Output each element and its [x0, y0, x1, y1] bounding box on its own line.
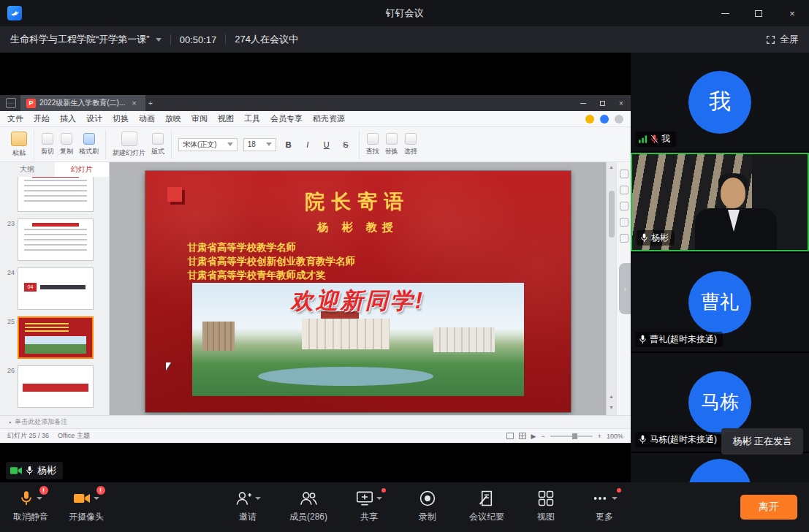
ppt-home-icon[interactable] — [6, 98, 16, 108]
mic-muted-icon — [650, 134, 658, 144]
menu-docer[interactable]: 稻壳资源 — [313, 113, 345, 124]
menu-home[interactable]: 开始 — [34, 113, 50, 124]
menu-slideshow[interactable]: 放映 — [165, 113, 181, 124]
share-doc-icon[interactable] — [600, 115, 609, 123]
minimize-button[interactable] — [708, 0, 742, 26]
menu-member[interactable]: 会员专享 — [270, 113, 303, 124]
slide-sorter-view-icon[interactable] — [519, 433, 526, 439]
ppt-minimize-button[interactable] — [574, 95, 593, 111]
sidebar-tool-icon-3[interactable] — [620, 202, 628, 210]
slide-thumbnail-23[interactable] — [18, 218, 94, 261]
slide-thumbnail-26[interactable] — [18, 365, 94, 408]
zoom-in-button[interactable]: + — [598, 433, 601, 440]
invite-button[interactable]: 邀请 — [231, 490, 265, 523]
zoom-out-button[interactable]: − — [541, 433, 544, 440]
slide-subtitle: 杨 彬 教授 — [145, 221, 571, 235]
participant-tile-yangbin-video[interactable]: 杨彬 — [631, 153, 809, 251]
shared-screen-stage: P 2022级新生入学教育(二)... × + × 文件 开始 插入 设计 切换… — [0, 53, 631, 482]
camera-on-button[interactable]: ! 开摄像头 — [69, 490, 104, 523]
layout-button[interactable]: 版式 — [151, 133, 164, 156]
grid-view-icon — [538, 490, 554, 506]
copy-button[interactable]: 复制 — [60, 133, 73, 156]
slide-panel: 大纲 幻灯片 22 23 24 04 — [0, 162, 110, 415]
notification-icon[interactable] — [615, 115, 623, 123]
menu-review[interactable]: 审阅 — [191, 113, 208, 124]
underline-button[interactable]: U — [320, 138, 333, 151]
app-title: 钉钉会议 — [386, 7, 424, 20]
strikethrough-button[interactable]: S — [339, 138, 352, 151]
font-size-select[interactable]: 18 — [243, 138, 276, 151]
participant-tile-partial[interactable] — [631, 453, 809, 482]
menu-transition[interactable]: 切换 — [113, 113, 129, 124]
participant-tile-caoli[interactable]: 曹礼 曹礼(超时未接通) — [631, 253, 809, 352]
scrollbar-thumb[interactable] — [609, 191, 615, 238]
italic-button[interactable]: I — [301, 138, 314, 151]
format-painter-button[interactable]: 格式刷 — [79, 133, 99, 156]
ppt-close-button[interactable]: × — [612, 95, 631, 111]
new-slide-button[interactable]: 新建幻灯片 — [113, 132, 145, 158]
more-ellipsis-icon — [592, 490, 608, 506]
sidebar-tool-icon-1[interactable] — [620, 170, 628, 178]
members-button[interactable]: 成员(286) — [289, 490, 327, 523]
presenter-overlay-label: 杨彬 — [6, 462, 63, 479]
slide-canvas[interactable]: 院长寄语 杨 彬 教授 甘肃省高等学校教学名师 甘肃省高等学校创新创业教育教学名… — [110, 162, 606, 415]
next-slide-button[interactable]: ▼ — [609, 403, 614, 412]
share-caret-icon[interactable] — [376, 497, 382, 500]
maximize-button[interactable] — [742, 0, 775, 26]
zoom-slider[interactable] — [550, 436, 593, 437]
menu-animation[interactable]: 动画 — [139, 113, 155, 124]
camera-options-caret-icon[interactable] — [94, 497, 99, 500]
notes-area[interactable]: ▪ 单击此处添加备注 — [0, 415, 631, 428]
meeting-timer: 00:50:17 — [180, 34, 217, 45]
sidebar-tool-icon-5[interactable] — [620, 234, 628, 243]
ppt-tab-close-icon[interactable]: × — [129, 99, 139, 107]
slides-tab[interactable]: 幻灯片 — [55, 162, 110, 177]
sidebar-tool-icon-2[interactable] — [620, 186, 628, 194]
view-layout-button[interactable]: 视图 — [529, 490, 563, 523]
leave-meeting-button[interactable]: 离开 — [740, 495, 797, 520]
invite-caret-icon[interactable] — [255, 497, 261, 500]
normal-view-icon[interactable] — [506, 433, 514, 439]
record-button[interactable]: 录制 — [411, 490, 444, 523]
mic-options-caret-icon[interactable] — [37, 497, 42, 500]
title-bar: 钉钉会议 × — [0, 0, 809, 26]
sidebar-collapse-handle[interactable]: › — [619, 263, 631, 314]
meeting-minutes-button[interactable]: 会议纪要 — [469, 490, 504, 523]
unmute-button[interactable]: ! 取消静音 — [13, 490, 48, 523]
slideshow-play-icon[interactable]: ▶ — [531, 433, 536, 440]
copy-icon — [61, 133, 72, 145]
scroll-up-icon[interactable]: ▲ — [609, 162, 614, 172]
ppt-new-tab-button[interactable]: + — [145, 99, 156, 107]
font-select[interactable]: 宋体(正文) — [178, 138, 238, 151]
cut-button[interactable]: 剪切 — [41, 133, 54, 156]
canvas-scrollbar[interactable]: ▲ ▲ ▼ — [606, 162, 616, 415]
menu-design[interactable]: 设计 — [86, 113, 102, 124]
ppt-document-tab-title: 2022级新生入学教育(二)... — [39, 98, 125, 108]
fullscreen-button[interactable]: 全屏 — [766, 33, 799, 46]
menu-tools[interactable]: 工具 — [244, 113, 260, 124]
close-button[interactable]: × — [775, 0, 809, 26]
slide-thumbnail-24[interactable]: 04 — [18, 267, 94, 310]
slide-thumbnail-22[interactable] — [18, 177, 94, 212]
menu-file[interactable]: 文件 — [7, 113, 23, 124]
ppt-maximize-button[interactable] — [593, 95, 612, 111]
participant-tile-me[interactable]: 我 我 — [631, 53, 809, 151]
bold-button[interactable]: B — [282, 138, 295, 151]
member-crown-icon[interactable] — [585, 115, 594, 123]
select-button[interactable]: 选择 — [404, 133, 417, 156]
find-button[interactable]: 查找 — [366, 133, 379, 156]
more-caret-icon[interactable] — [612, 497, 618, 500]
paste-button[interactable]: 粘贴 — [11, 132, 27, 158]
share-screen-button[interactable]: 共享 — [352, 490, 386, 523]
meeting-title-dropdown-icon[interactable] — [156, 38, 162, 42]
replace-button[interactable]: 替换 — [385, 133, 398, 156]
ppt-document-tab[interactable]: P 2022级新生入学教育(二)... × — [20, 95, 145, 111]
slide-thumbnail-25-selected[interactable] — [18, 316, 94, 359]
outline-tab[interactable]: 大纲 — [0, 162, 55, 177]
previous-slide-button[interactable]: ▲ — [609, 392, 614, 401]
more-button[interactable]: 更多 — [588, 490, 621, 523]
record-icon — [419, 490, 436, 506]
menu-view[interactable]: 视图 — [218, 113, 234, 124]
menu-insert[interactable]: 插入 — [60, 113, 76, 124]
sidebar-tool-icon-4[interactable] — [620, 218, 628, 227]
